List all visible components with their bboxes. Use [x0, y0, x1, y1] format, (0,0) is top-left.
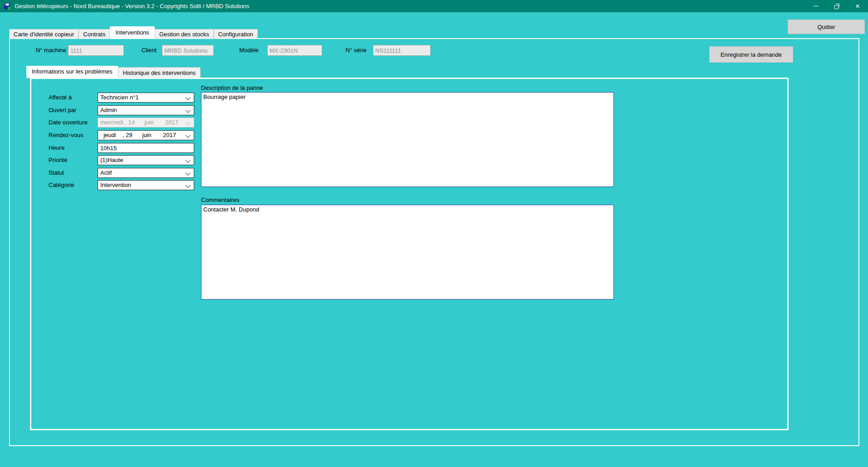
title-bar: Gestion télécopieurs - Nord Bureautique …: [0, 0, 868, 12]
chevron-down-icon: [185, 157, 190, 162]
statut-combobox[interactable]: Actif: [98, 168, 194, 178]
chevron-down-icon: [185, 182, 190, 187]
chevron-down-icon: [185, 133, 190, 138]
app-icon: [4, 3, 11, 10]
tab-contrats[interactable]: Contrats: [78, 29, 110, 39]
quit-button[interactable]: Quitter: [788, 20, 865, 34]
priorite-combobox[interactable]: (1)Haute: [98, 155, 194, 165]
heure-field[interactable]: [98, 143, 194, 153]
commentaires-textarea[interactable]: Contacter M. Dupond: [201, 205, 614, 300]
application-window: Gestion télécopieurs - Nord Bureautique …: [0, 0, 868, 467]
tab-interventions[interactable]: Interventions: [110, 26, 154, 39]
date-ouverture-datepicker: mercredi , 14 juin 2017: [98, 118, 194, 128]
ouvert-par-combobox[interactable]: Admin: [98, 105, 194, 115]
chevron-down-icon: [185, 170, 190, 175]
restore-icon: [834, 4, 839, 9]
tab-carte-identite-copieur[interactable]: Carte d'identité copieur: [9, 29, 78, 39]
subtab-historique-interventions[interactable]: Historique des interventions: [118, 67, 201, 78]
description-panne-textarea[interactable]: Bourrage papier: [201, 92, 614, 187]
chevron-down-icon: [185, 95, 190, 100]
sub-tab-strip: Informations sur les problèmes Historiqu…: [26, 66, 201, 78]
rendez-vous-datepicker[interactable]: jeudi , 29 juin 2017: [98, 130, 194, 140]
subtab-informations-problemes[interactable]: Informations sur les problèmes: [26, 66, 118, 78]
chevron-down-icon: [185, 108, 190, 113]
restore-button[interactable]: [826, 0, 847, 12]
affecte-a-combobox[interactable]: Technicien n°1: [98, 93, 194, 103]
minimize-button[interactable]: [805, 0, 826, 12]
chevron-down-icon: [185, 120, 190, 125]
close-button[interactable]: ×: [847, 0, 868, 12]
categorie-combobox[interactable]: Intervention: [98, 180, 194, 190]
main-tab-strip: Carte d'identité copieur Contrats Interv…: [9, 26, 258, 39]
window-controls: ×: [805, 0, 868, 12]
close-icon: ×: [855, 2, 860, 10]
tab-gestion-des-stocks[interactable]: Gestion des stocks: [155, 29, 214, 39]
window-title: Gestion télécopieurs - Nord Bureautique …: [15, 3, 249, 10]
tab-configuration[interactable]: Configuration: [214, 29, 258, 39]
minimize-icon: [814, 6, 819, 6]
